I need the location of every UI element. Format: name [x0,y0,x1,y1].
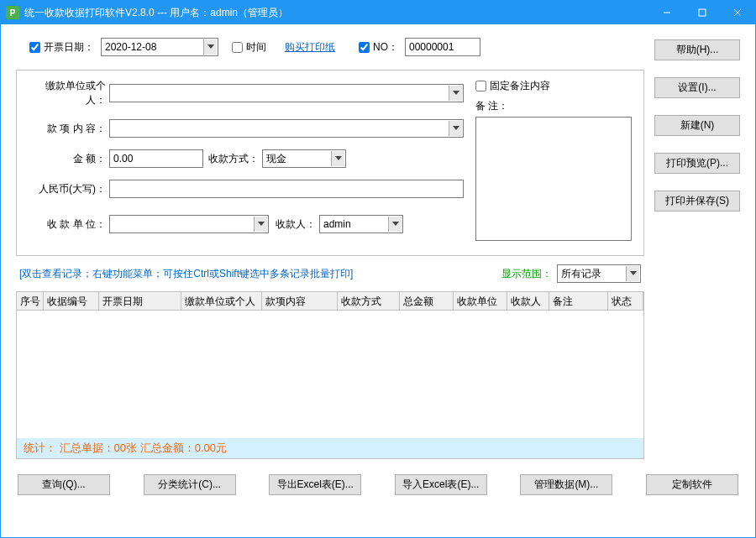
side-panel: 帮助(H)... 设置(I)... 新建(N) 打印预览(P)... 打印并保存… [654,34,740,459]
import-button[interactable]: 导入Excel表(E)... [395,474,487,495]
preview-button[interactable]: 打印预览(P)... [654,153,740,174]
settings-button[interactable]: 设置(I)... [654,77,740,98]
chevron-down-icon [203,39,217,55]
top-area: 开票日期： 2020-12-08 时间 购买打印纸 NO： [16,34,740,459]
fixed-remark-check[interactable] [475,81,486,91]
remark-label: 备 注： [475,99,632,113]
svg-rect-1 [699,9,706,16]
export-button[interactable]: 导出Excel表(E)... [269,474,361,495]
fixed-remark-label: 固定备注内容 [490,79,550,93]
column-header[interactable]: 收款人 [507,292,549,310]
chevron-down-icon [449,86,462,101]
column-header[interactable]: 总金额 [400,292,454,310]
column-header[interactable]: 备注 [549,292,608,310]
amount-input[interactable]: 0.00 [109,149,203,168]
time-checkbox[interactable]: 时间 [232,40,266,55]
no-check[interactable] [359,42,370,53]
remark-textarea[interactable] [475,117,632,241]
svg-marker-7 [335,156,342,160]
svg-marker-9 [392,222,399,226]
manage-button[interactable]: 管理数据(M)... [520,474,612,495]
svg-marker-10 [630,271,637,275]
invoice-date-value: 2020-12-08 [105,41,203,53]
payee-combo[interactable]: admin [319,215,403,233]
window-controls [649,1,755,24]
app-window: P 统一收款收据打印软件V2.8.0 --- 用户名：admin（管理员） 开票… [0,0,756,538]
column-header[interactable]: 收款单位 [454,292,507,310]
content-combo[interactable] [109,119,464,138]
rmb-label: 人民币(大写)： [29,182,109,196]
main-panel: 开票日期： 2020-12-08 时间 购买打印纸 NO： [16,34,644,459]
payee-value: admin [323,218,388,230]
grid-header: 序号收据编号开票日期缴款单位或个人款项内容收款方式总金额收款单位收款人备注状态 [17,292,643,311]
range-value: 所有记录 [561,267,626,281]
header-row: 开票日期： 2020-12-08 时间 购买打印纸 NO： [16,34,644,63]
chevron-down-icon [331,151,344,166]
amount-label: 金 额： [29,152,109,166]
payee-label: 收款人： [269,217,319,232]
pay-method-combo[interactable]: 现金 [262,149,346,168]
rmb-input[interactable] [109,180,464,198]
chevron-down-icon [388,217,402,232]
payee-unit-combo[interactable] [109,215,269,233]
range-combo[interactable]: 所有记录 [557,264,641,283]
column-header[interactable]: 开票日期 [99,292,181,310]
range-label: 显示范围： [501,267,552,281]
invoice-date-check[interactable] [29,42,40,53]
no-checkbox[interactable]: NO： [359,40,398,55]
grid-body[interactable] [17,311,643,438]
maximize-button[interactable] [685,1,720,24]
form-right: 固定备注内容 备 注： [475,79,632,243]
minimize-button[interactable] [649,1,685,24]
print-save-button[interactable]: 打印并保存(S) [654,191,740,212]
payee-unit-label: 收 款 单 位： [29,217,109,232]
svg-marker-6 [453,126,459,130]
column-header[interactable]: 序号 [17,292,44,310]
svg-marker-5 [453,91,459,95]
bottom-buttons: 查询(Q)... 分类统计(C)... 导出Excel表(E)... 导入Exc… [16,469,740,495]
amount-value: 0.00 [113,153,133,165]
titlebar: P 统一收款收据打印软件V2.8.0 --- 用户名：admin（管理员） [1,1,755,24]
svg-marker-8 [258,222,265,226]
content-label: 款 项 内 容： [29,122,109,136]
time-check[interactable] [232,42,243,53]
pay-method-label: 收款方式： [203,152,262,166]
chevron-down-icon [254,217,267,232]
column-header[interactable]: 收据编号 [44,292,99,310]
column-header[interactable]: 状态 [608,292,643,310]
column-header[interactable]: 缴款单位或个人 [181,292,262,310]
invoice-date-checkbox[interactable]: 开票日期： [29,40,94,55]
time-label: 时间 [246,40,266,55]
titlebar-text: 统一收款收据打印软件V2.8.0 --- 用户名：admin（管理员） [24,6,649,20]
svg-marker-4 [207,44,214,49]
close-button[interactable] [720,1,755,24]
chevron-down-icon [626,266,639,281]
form-left: 缴款单位或个人： 款 项 内 容： [29,79,464,243]
grid-totals: 统计： 汇总单据：00张 汇总金额：0.00元 [17,438,643,458]
stats-button[interactable]: 分类统计(C)... [144,474,236,495]
invoice-date-label: 开票日期： [44,40,94,55]
no-value: 00000001 [409,41,454,53]
no-label: NO： [373,40,398,55]
fixed-remark-checkbox[interactable]: 固定备注内容 [475,79,550,93]
column-header[interactable]: 收款方式 [338,292,400,310]
payer-label: 缴款单位或个人： [29,79,109,107]
records-grid: 序号收据编号开票日期缴款单位或个人款项内容收款方式总金额收款单位收款人备注状态 … [16,291,644,459]
help-button[interactable]: 帮助(H)... [654,39,740,60]
no-input[interactable]: 00000001 [405,38,480,56]
invoice-date-picker[interactable]: 2020-12-08 [101,38,218,56]
pay-method-value: 现金 [266,152,331,166]
buy-paper-link[interactable]: 购买打印纸 [285,40,335,55]
content-area: 开票日期： 2020-12-08 时间 购买打印纸 NO： [1,24,755,537]
hint-text: [双击查看记录；右键功能菜单；可按住Ctrl或Shift键选中多条记录批量打印] [19,267,501,281]
hint-row: [双击查看记录；右键功能菜单；可按住Ctrl或Shift键选中多条记录批量打印]… [16,263,644,285]
payer-combo[interactable] [109,84,464,102]
query-button[interactable]: 查询(Q)... [18,474,110,495]
new-button[interactable]: 新建(N) [654,115,740,136]
form-box: 缴款单位或个人： 款 项 内 容： [16,70,644,256]
column-header[interactable]: 款项内容 [262,292,338,310]
custom-button[interactable]: 定制软件 [646,474,738,495]
app-icon: P [6,6,19,19]
chevron-down-icon [449,121,462,136]
